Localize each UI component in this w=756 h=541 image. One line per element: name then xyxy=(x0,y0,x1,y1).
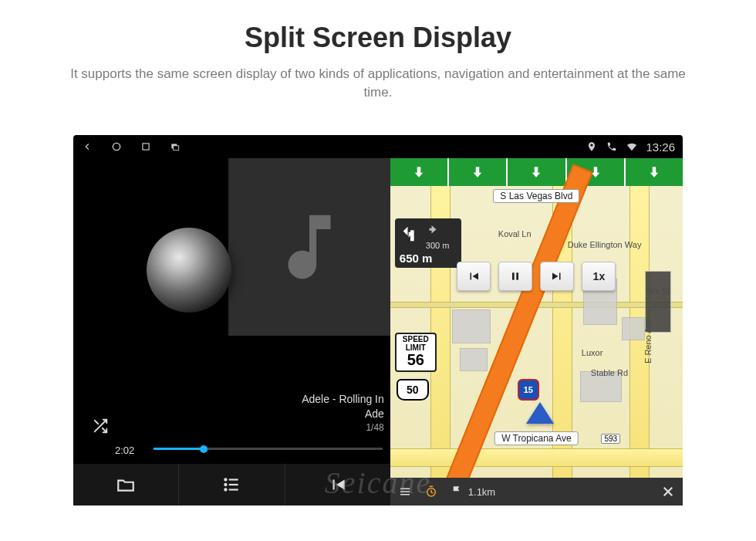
lane-arrow-icon xyxy=(647,165,661,179)
speed-limit-sign: SPEED LIMIT 56 xyxy=(395,333,437,372)
screenshot-icon[interactable] xyxy=(169,140,181,153)
shuffle-button[interactable] xyxy=(90,418,110,438)
map-next-button[interactable] xyxy=(540,262,574,291)
nav-distance: 1.1km xyxy=(451,485,495,499)
back-icon[interactable] xyxy=(81,140,93,153)
map-top-street-label: S Las Vegas Blvd xyxy=(493,189,579,203)
map-canvas[interactable]: S Las Vegas Blvd Koval Ln Duke Ellington… xyxy=(390,186,683,478)
page-title: Split Screen Display xyxy=(0,22,756,54)
svg-point-8 xyxy=(225,489,227,490)
lane-arrow-icon xyxy=(529,165,543,179)
street-label: Duke Ellington Way xyxy=(568,240,642,249)
location-icon xyxy=(586,140,598,153)
street-label: Iles St xyxy=(646,286,670,296)
music-pane: Adele - Rolling In Ade 1/48 2:02 xyxy=(73,158,390,505)
lane-arrow-icon xyxy=(412,165,426,179)
vehicle-arrow-icon xyxy=(526,402,554,424)
svg-rect-1 xyxy=(143,144,149,150)
elapsed-time: 2:02 xyxy=(115,445,146,456)
music-bottom-bar xyxy=(73,464,390,505)
speed-limit-label: SPEED LIMIT xyxy=(397,336,435,352)
nav-menu-button[interactable] xyxy=(398,485,412,499)
wifi-icon xyxy=(626,140,638,153)
speed-limit-value: 56 xyxy=(397,352,435,368)
map-bottom-street-label: W Tropicana Ave xyxy=(494,431,579,445)
street-label: E Reno Ave xyxy=(643,319,653,363)
map-speed-1x-button[interactable]: 1x xyxy=(582,262,616,291)
nav-bottom-bar: 1.1km xyxy=(390,478,683,505)
flag-icon xyxy=(451,485,464,499)
svg-point-6 xyxy=(225,484,227,485)
status-bar: 13:26 xyxy=(73,135,683,158)
lane-guidance-bar xyxy=(390,158,683,186)
svg-point-4 xyxy=(225,478,227,480)
street-label: Stable Rd xyxy=(591,368,628,377)
street-label: Luxor xyxy=(582,348,603,357)
status-time: 13:26 xyxy=(646,140,675,154)
svg-rect-11 xyxy=(512,272,515,279)
street-label: Koval Ln xyxy=(498,229,532,238)
map-pause-button[interactable] xyxy=(498,262,532,291)
map-bottom-street-num: 593 xyxy=(601,434,620,444)
map-media-controls: 1x xyxy=(457,262,616,291)
track-title: Adele - Rolling In xyxy=(79,392,384,407)
interstate-shield: 15 xyxy=(518,379,539,401)
joystick-control[interactable] xyxy=(147,228,231,313)
home-icon[interactable] xyxy=(110,140,123,153)
lane-arrow-icon xyxy=(471,165,484,179)
album-art xyxy=(228,158,390,336)
turn-right-icon xyxy=(426,223,440,237)
turn-total-distance: 650 m xyxy=(400,252,457,265)
track-counter: 1/48 xyxy=(79,421,384,434)
map-prev-button[interactable] xyxy=(457,262,491,291)
page-subtitle: It supports the same screen display of t… xyxy=(62,65,694,102)
seek-bar[interactable] xyxy=(154,448,383,450)
svg-rect-12 xyxy=(517,272,519,279)
navigation-pane: S Las Vegas Blvd Koval Ln Duke Ellington… xyxy=(390,158,683,505)
playlist-button[interactable] xyxy=(179,464,285,505)
turn-card: 300 m 650 m xyxy=(395,218,461,268)
turn-step-distance: 300 m xyxy=(426,241,450,250)
turn-left-icon xyxy=(400,223,421,245)
svg-rect-10 xyxy=(410,230,414,241)
folder-button[interactable] xyxy=(73,464,179,505)
nav-stopwatch-icon[interactable] xyxy=(424,485,438,499)
route-shield: 50 xyxy=(397,379,429,401)
svg-rect-3 xyxy=(174,146,179,150)
device-screen: 13:26 Adele - Rolling In Ade 1/48 xyxy=(73,135,683,505)
previous-button[interactable] xyxy=(285,464,390,505)
svg-point-0 xyxy=(113,143,120,150)
music-note-icon xyxy=(267,197,352,297)
recents-icon[interactable] xyxy=(140,140,152,153)
nav-close-button[interactable] xyxy=(661,485,675,499)
track-artist: Ade xyxy=(79,407,384,421)
phone-icon xyxy=(606,140,618,153)
